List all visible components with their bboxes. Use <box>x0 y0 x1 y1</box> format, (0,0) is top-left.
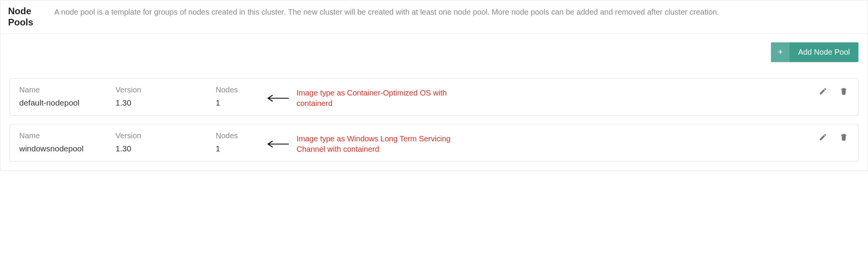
pool-version-value: 1.30 <box>116 144 216 153</box>
section-header: Node Pools A node pool is a template for… <box>0 0 868 34</box>
pools-list: Name default-nodepool Version 1.30 Nodes… <box>0 66 868 171</box>
annotation-text: Image type as Container-Optimized OS wit… <box>297 88 458 109</box>
delete-pool-button[interactable] <box>839 132 849 142</box>
node-pools-panel: Node Pools A node pool is a template for… <box>0 0 868 171</box>
annotation: Image type as Container-Optimized OS wit… <box>266 88 803 109</box>
column-header-name: Name <box>19 131 116 140</box>
section-description: A node pool is a template for groups of … <box>54 6 860 23</box>
edit-pool-button[interactable] <box>818 132 828 142</box>
node-pool-card: Name default-nodepool Version 1.30 Nodes… <box>10 78 858 116</box>
arrow-left-icon <box>266 94 290 102</box>
delete-pool-button[interactable] <box>839 86 849 96</box>
pool-name-value: windowsnodepool <box>19 144 116 153</box>
trash-icon <box>840 133 848 141</box>
column-header-version: Version <box>116 131 216 140</box>
pool-nodes-value: 1 <box>216 144 266 153</box>
add-button-label: Add Node Pool <box>789 42 858 62</box>
add-node-pool-button[interactable]: + Add Node Pool <box>771 42 858 62</box>
node-pool-card: Name windowsnodepool Version 1.30 Nodes … <box>10 124 858 161</box>
annotation-text: Image type as Windows Long Term Servicin… <box>297 134 458 154</box>
section-title: Node Pools <box>8 6 43 34</box>
trash-icon <box>840 87 848 96</box>
arrow-left-icon <box>266 140 290 148</box>
column-header-version: Version <box>116 86 216 94</box>
pool-name-value: default-nodepool <box>19 98 116 107</box>
edit-pool-button[interactable] <box>818 86 828 96</box>
annotation: Image type as Windows Long Term Servicin… <box>266 134 803 154</box>
column-header-nodes: Nodes <box>216 131 266 140</box>
column-header-nodes: Nodes <box>216 86 266 94</box>
pool-version-value: 1.30 <box>116 98 216 107</box>
pencil-icon <box>819 133 827 141</box>
plus-icon: + <box>771 42 789 62</box>
actions-row: + Add Node Pool <box>0 34 868 66</box>
column-header-name: Name <box>19 86 116 94</box>
pencil-icon <box>819 87 827 96</box>
pool-nodes-value: 1 <box>216 98 266 107</box>
